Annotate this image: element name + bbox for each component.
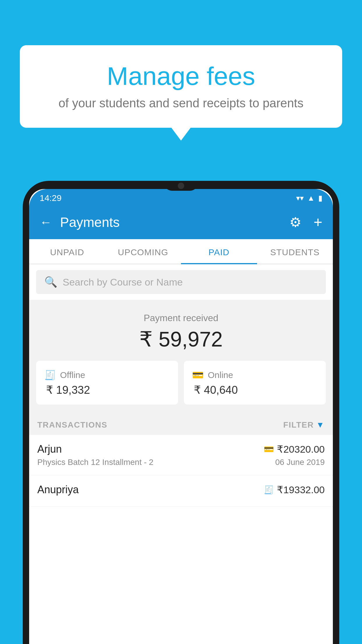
phone-frame: 14:29 ▾▾ ▲ ▮ ← Payments ⚙ + UNPAID	[23, 181, 339, 644]
offline-icon: 🧾	[44, 370, 56, 381]
cards-row: 🧾 Offline ₹ 19,332 💳 Online ₹ 40,640	[29, 361, 333, 414]
transaction-name: Anupriya	[37, 484, 79, 496]
transaction-type-icon: 🧾	[264, 485, 274, 495]
offline-label: Offline	[60, 370, 85, 380]
status-time: 14:29	[40, 193, 61, 203]
back-button[interactable]: ←	[40, 215, 52, 229]
online-label: Online	[208, 370, 233, 380]
online-card: 💳 Online ₹ 40,640	[184, 361, 326, 405]
transaction-row-top: Arjun 💳 ₹20320.00	[37, 443, 325, 455]
search-bar[interactable]: 🔍 Search by Course or Name	[36, 270, 326, 294]
transaction-type-icon: 💳	[264, 444, 274, 454]
payment-received-label: Payment received	[36, 313, 326, 323]
filter-icon: ▼	[316, 420, 325, 430]
bubble-title: Manage fees	[37, 61, 325, 91]
page-title: Payments	[60, 214, 281, 230]
table-row[interactable]: Arjun 💳 ₹20320.00 Physics Batch 12 Insta…	[29, 435, 333, 475]
settings-icon[interactable]: ⚙	[289, 214, 301, 230]
online-card-top: 💳 Online	[192, 370, 318, 381]
transactions-label: TRANSACTIONS	[37, 420, 107, 430]
transaction-name: Arjun	[37, 443, 62, 455]
offline-card: 🧾 Offline ₹ 19,332	[36, 361, 178, 405]
status-icons: ▾▾ ▲ ▮	[296, 194, 322, 203]
search-bar-container: 🔍 Search by Course or Name	[29, 264, 333, 300]
payment-received-section: Payment received ₹ 59,972	[29, 300, 333, 361]
app-header: ← Payments ⚙ +	[29, 207, 333, 239]
tabs-container: UNPAID UPCOMING PAID STUDENTS	[29, 239, 333, 264]
filter-label-text: FILTER	[283, 420, 314, 430]
offline-card-top: 🧾 Offline	[44, 370, 170, 381]
transaction-date: 06 June 2019	[275, 458, 325, 467]
bubble-subtitle: of your students and send receipts to pa…	[37, 96, 325, 110]
wifi-icon: ▾▾	[296, 194, 304, 203]
battery-icon: ▮	[318, 194, 322, 203]
online-amount: ₹ 40,640	[192, 384, 318, 396]
transaction-amount-container: 🧾 ₹19332.00	[264, 484, 325, 496]
payment-amount: ₹ 59,972	[36, 327, 326, 351]
search-icon: 🔍	[44, 276, 57, 288]
tab-upcoming[interactable]: UPCOMING	[105, 239, 181, 264]
signal-icon: ▲	[307, 194, 315, 203]
transaction-row-bottom: Physics Batch 12 Installment - 2 06 June…	[37, 458, 325, 467]
table-row[interactable]: Anupriya 🧾 ₹19332.00	[29, 475, 333, 507]
online-icon: 💳	[192, 370, 204, 381]
tab-students[interactable]: STUDENTS	[257, 239, 333, 264]
transaction-course: Physics Batch 12 Installment - 2	[37, 458, 153, 467]
filter-button[interactable]: FILTER ▼	[283, 420, 325, 430]
tab-paid[interactable]: PAID	[181, 239, 257, 264]
transaction-amount-container: 💳 ₹20320.00	[264, 443, 325, 455]
transaction-row-top: Anupriya 🧾 ₹19332.00	[37, 484, 325, 496]
tab-unpaid[interactable]: UNPAID	[29, 239, 105, 264]
notch	[164, 189, 198, 191]
transactions-header: TRANSACTIONS FILTER ▼	[29, 414, 333, 435]
add-button[interactable]: +	[314, 214, 322, 231]
search-input[interactable]: Search by Course or Name	[63, 276, 183, 288]
phone-content: 🔍 Search by Course or Name Payment recei…	[29, 264, 333, 507]
transaction-amount: ₹19332.00	[277, 484, 325, 496]
offline-amount: ₹ 19,332	[44, 384, 170, 396]
speech-bubble: Manage fees of your students and send re…	[20, 45, 342, 128]
transaction-amount: ₹20320.00	[277, 443, 325, 455]
status-bar: 14:29 ▾▾ ▲ ▮	[29, 189, 333, 207]
